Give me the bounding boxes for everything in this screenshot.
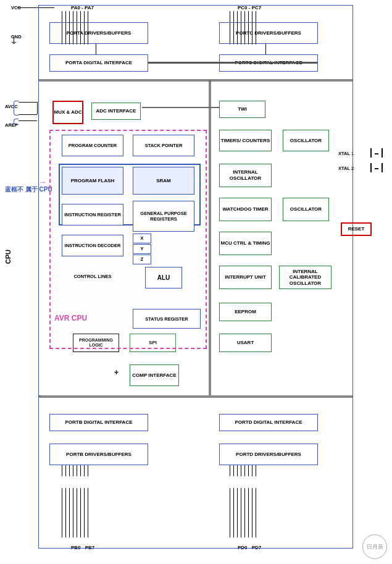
z-register-block: Z (133, 255, 151, 264)
program-counter-block: PROGRAM COUNTER (62, 135, 123, 156)
main-horizontal-bus-bottom (38, 395, 353, 398)
porta-pin-label: PA0 - PA7 (71, 5, 94, 11)
porta-pins-up (62, 22, 88, 44)
porta-pins (62, 11, 88, 22)
pink-arrow-icon: → (38, 177, 46, 187)
aref-h (19, 120, 37, 121)
internal-oscillator-block: INTERNAL OSCILLATOR (219, 164, 272, 187)
twi-block: TWI (219, 101, 265, 118)
portd-drivers-block: PORTD DRIVERS/BUFFERS (219, 444, 318, 465)
xtal2-symbol: ▬ (370, 163, 383, 172)
alu-block: ALU (145, 267, 182, 288)
avcc-v (37, 102, 38, 114)
general-purpose-registers-block: GENERAL PURPOSE REGISTERS (133, 201, 194, 232)
eeprom-block: EEPROM (219, 303, 272, 321)
arrow-v2 (265, 44, 266, 54)
interrupt-unit-block: INTERRUPT UNIT (219, 266, 272, 289)
program-flash-block: PROGRAM FLASH (62, 167, 123, 195)
portb-digital-block: PORTB DIGITAL INTERFACE (49, 414, 148, 431)
xtal1-symbol: ▬ (370, 148, 383, 158)
portd-pin-label: PD0 - PD7 (238, 545, 261, 550)
h-bus-adc-twi (142, 107, 219, 108)
cpu-side-label: CPU (4, 250, 12, 264)
portc-pins-up (230, 22, 256, 44)
vcc-line-h (17, 7, 54, 8)
watermark: 日月辰 (362, 534, 387, 559)
oscillator1-block: OSCILLATOR (283, 130, 329, 151)
spi-block: SPI (130, 334, 176, 352)
mcu-ctrl-block: MCU CTRL & TIMING (219, 232, 272, 255)
adc-interface-block: ADC INTERFACE (91, 103, 141, 120)
portc-pin-label: PC0 - PC7 (238, 5, 261, 11)
gnd-line2 (12, 42, 16, 43)
oscillator2-block: OSCILLATOR (283, 198, 329, 221)
main-vertical-bus (209, 80, 211, 395)
avcc-h2 (19, 114, 37, 115)
portd-digital-block: PORTD DIGITAL INTERFACE (219, 414, 318, 431)
status-register-block: STATUS REGISTER (133, 309, 201, 329)
bus-connector (38, 395, 41, 396)
avcc-h (19, 102, 37, 103)
xtal1-label: XTAL 1 (338, 151, 354, 156)
timers-counters-block: TIMERS/ COUNTERS (219, 130, 272, 151)
portd-pins (230, 465, 256, 476)
avr-cpu-label: AVR CPU (54, 314, 87, 322)
comp-interface-block: COMP INTERFACE (130, 364, 179, 386)
instruction-register-block: INSTRUCTION REGISTER (62, 204, 123, 225)
mux-adc-block: MUX & ADC (52, 101, 83, 124)
h-bus-porta (148, 62, 210, 64)
sram-block: SRAM (133, 167, 194, 195)
portb-drivers-block: PORTB DRIVERS/BUFFERS (49, 444, 148, 465)
comparator-plus-symbol: + (114, 368, 119, 377)
xtal2-label: XTAL 2 (338, 166, 354, 171)
control-lines-block: CONTROL LINES (62, 266, 123, 287)
portd-pins-out (230, 488, 256, 537)
portb-pin-label: PB0 - PB7 (71, 545, 94, 550)
portb-pins-out (62, 488, 88, 537)
gnd-line1 (14, 37, 14, 42)
porta-digital-block: PORTA DIGITAL INTERFACE (49, 54, 148, 72)
y-register-block: Y (133, 244, 151, 254)
internal-calibrated-block: INTERNAL CALIBRATED OSCILLATOR (279, 266, 332, 289)
usart-block: USART (219, 334, 272, 352)
programming-logic-block: PROGRAMMING LOGIC (73, 334, 119, 352)
reset-block: RESET (341, 222, 372, 236)
watchdog-timer-block: WATCHDOG TIMER (219, 198, 272, 221)
gnd-line3 (13, 43, 15, 44)
gnd-label: GND (11, 34, 22, 40)
aref-bracket (14, 119, 19, 125)
stack-pointer-block: STACK POINTER (133, 135, 194, 156)
h-bus-portc (209, 62, 318, 64)
x-register-block: X (133, 234, 151, 243)
avcc-bracket (14, 101, 19, 116)
chinese-annotation: 蓝框不 属于 CPU (5, 185, 52, 194)
main-horizontal-bus-top (38, 79, 353, 82)
portc-pins (230, 11, 256, 22)
arrow-v1 (96, 44, 96, 54)
instruction-decoder-block: INSTRUCTION DECODER (62, 235, 123, 256)
vcc-line-v (38, 7, 39, 82)
portb-pins (62, 465, 88, 476)
